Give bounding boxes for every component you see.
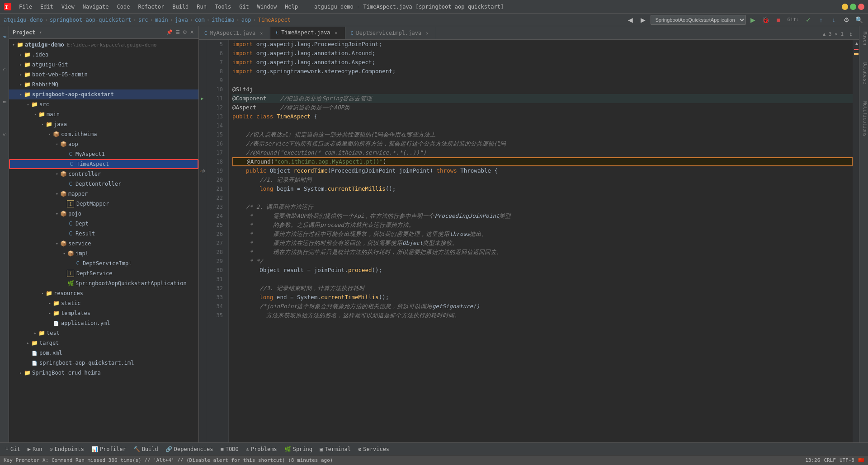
menu-tools[interactable]: Tools [211,3,235,11]
structure-icon[interactable]: S [1,126,8,144]
close-button[interactable] [858,4,864,10]
breadcrumb-timeaspect[interactable]: TimeAspect [258,17,291,23]
tree-item-test[interactable]: ▸ 📁 test [9,328,198,338]
git-check-button[interactable]: ✓ [803,14,814,25]
tab-timeaspect[interactable]: C TimeAspect.java ✕ [270,27,345,39]
endpoints-btn[interactable]: ⊙ Endpoints [46,444,88,455]
tree-item-java[interactable]: ▾ 📁 java [9,119,198,129]
tree-item-springboot-crud[interactable]: ▸ 📁 SpringBoot-crud-heima [9,368,198,378]
run-config-select[interactable]: SpringbootAopQuickstartApplication [651,15,746,25]
window-controls[interactable] [842,4,864,10]
build-btn[interactable]: 🔨 Build [130,444,162,455]
code-content[interactable]: import org.aspectj.lang.ProceedingJoinPo… [229,40,853,442]
menu-run[interactable]: Run [193,3,210,11]
menu-view[interactable]: View [58,3,78,11]
tree-item-result[interactable]: ▸ C Result [9,229,198,239]
bookmarks-icon[interactable]: B [1,93,8,111]
tree-item-myaspect1[interactable]: ▸ C MyAspect1 [9,149,198,159]
back-button[interactable]: ◀ [625,14,636,25]
expand-button[interactable]: ↕ [845,28,856,39]
menu-build[interactable]: Build [169,3,192,11]
tree-item-deptserviceimpl[interactable]: ▸ C DeptServiceImpl [9,258,198,268]
maven-tab[interactable]: Maven [860,28,868,49]
panel-actions[interactable]: 📌 ☰ ⚙ ✕ [165,28,195,36]
tree-item-rabbitmq[interactable]: ▸ 📁 RabbitMQ [9,80,198,89]
tree-item-impl[interactable]: ▾ 📦 impl [9,249,198,258]
breadcrumb-src[interactable]: src [138,17,148,23]
menu-help[interactable]: Help [281,3,302,11]
menu-window[interactable]: Window [254,3,280,11]
gutter-line-19[interactable]: ⚠ @ [199,166,206,175]
git-push-button[interactable]: ↑ [816,14,826,25]
tab-close-deptserviceimpl[interactable]: ✕ [424,30,430,36]
tree-item-iml[interactable]: ▸ 📄 springboot-aop-quickstart.iml [9,358,198,368]
menu-refactor[interactable]: Refactor [134,3,168,11]
tree-item-src[interactable]: ▾ 📁 src [9,99,198,109]
panel-pin-button[interactable]: 📌 [165,28,174,36]
services-btn[interactable]: ⚙ Services [354,444,393,455]
tab-bar-actions[interactable]: ▲ 3 ✕ 1 ↕ [820,28,859,39]
tree-item-com-itheima[interactable]: ▾ 📦 com.itheima [9,129,198,139]
tree-item-timeaspect[interactable]: ▸ C TimeAspect [9,159,198,169]
run-bottom-btn[interactable]: ▶ Run [24,444,46,455]
commit-icon[interactable]: C [1,61,8,79]
git-pull-button[interactable]: ↓ [828,14,839,25]
dependencies-btn[interactable]: 🔗 Dependencies [162,444,217,455]
breadcrumb-java[interactable]: java [175,17,188,23]
panel-layout-button[interactable]: ☰ [175,28,181,36]
maximize-button[interactable] [850,4,856,10]
tree-item-target[interactable]: ▸ 📁 target [9,338,198,348]
forward-button[interactable]: ▶ [638,14,649,25]
breadcrumb-com[interactable]: com [195,17,205,23]
project-tree[interactable]: ▾ 📁 atguigu-demo E:\idea-workspace\atgui… [9,39,198,442]
panel-close-button[interactable]: ✕ [189,28,195,36]
run-marker-11[interactable]: ▶ [199,94,206,103]
tree-item-idea[interactable]: ▸ 📁 .idea [9,50,198,60]
tree-item-resources[interactable]: ▾ 📁 resources [9,288,198,298]
minimize-button[interactable] [842,4,848,10]
tree-item-static[interactable]: ▸ 📁 static [9,298,198,308]
search-button[interactable]: 🔍 [854,14,864,25]
tree-item-boot-web[interactable]: ▸ 📁 boot-web-05-admin [9,70,198,80]
cursor-position[interactable]: 13:26 [805,457,820,463]
tree-item-dept[interactable]: ▸ C Dept [9,219,198,229]
menu-code[interactable]: Code [113,3,134,11]
menu-file[interactable]: File [15,3,36,11]
profiler-btn[interactable]: 📊 Profiler [88,444,130,455]
tree-item-springboot-app[interactable]: ▸ 🌿 SpringbootAopQuickstartApplication [9,278,198,288]
git-bottom-btn[interactable]: ⑂ Git [2,444,24,455]
tree-item-deptcontroller[interactable]: ▸ C DeptController [9,179,198,189]
tree-item-pom-xml[interactable]: ▸ 📄 pom.xml [9,348,198,358]
tree-item-deptmapper[interactable]: ▸ I DeptMapper [9,199,198,209]
line-separator[interactable]: CRLF [824,457,836,463]
code-editor[interactable]: ▶ ⚠ @ 5 6 7 8 9 10 11 [199,40,859,442]
terminal-btn[interactable]: ▣ Terminal [316,444,354,455]
tree-item-mapper[interactable]: ▾ 📦 mapper [9,189,198,199]
panel-settings-button[interactable]: ⚙ [182,28,188,36]
tab-deptserviceimpl[interactable]: C DeptServiceImpl.java ✕ [345,27,437,39]
tree-item-application-yml[interactable]: ▸ 📄 application.yml [9,318,198,328]
tree-item-springboot-aop[interactable]: ▾ 📁 springboot-aop-quickstart [9,89,198,99]
todo-btn[interactable]: ≡ TODO [217,444,242,455]
tree-item-atguigu-demo[interactable]: ▾ 📁 atguigu-demo E:\idea-workspace\atgui… [9,40,198,50]
tree-item-main[interactable]: ▾ 📁 main [9,109,198,119]
tree-item-controller[interactable]: ▾ 📦 controller [9,169,198,179]
menu-bar[interactable]: File Edit View Navigate Code Refactor Bu… [15,3,302,11]
breadcrumb-springboot[interactable]: springboot-aop-quickstart [50,17,132,23]
run-button[interactable]: ▶ [748,14,759,25]
menu-navigate[interactable]: Navigate [79,3,113,11]
problems-btn[interactable]: ⚠ Problems [242,444,281,455]
project-icon[interactable]: P [1,28,8,46]
stop-button[interactable]: ■ [773,14,784,25]
error-stripe[interactable]: ▲ [853,40,859,442]
tree-item-atguigu-git[interactable]: ▸ 📁 atguigu-Git [9,60,198,70]
breadcrumb-itheima[interactable]: itheima [212,17,235,23]
breadcrumb-aop[interactable]: aop [241,17,251,23]
tab-close-myaspect1[interactable]: ✕ [258,30,264,36]
file-encoding[interactable]: UTF-8 [840,457,854,463]
settings-button[interactable]: ⚙ [841,14,852,25]
breadcrumb-main[interactable]: main [155,17,168,23]
menu-git[interactable]: Git [236,3,253,11]
tree-item-deptservice[interactable]: ▸ I DeptService [9,268,198,278]
database-tab[interactable]: Database [860,59,868,88]
